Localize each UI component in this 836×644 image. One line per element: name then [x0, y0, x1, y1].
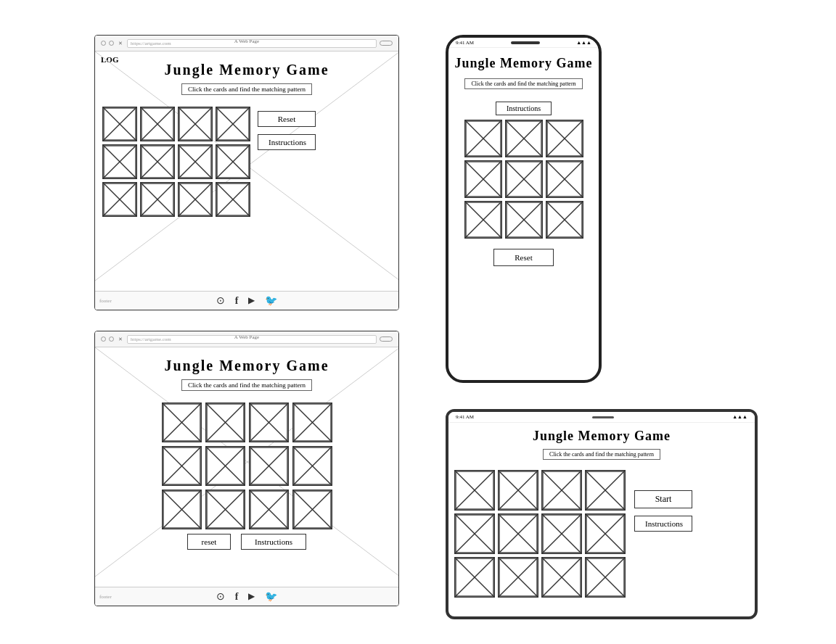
card-b8[interactable] [292, 446, 332, 486]
tab-card-1[interactable] [454, 470, 495, 511]
phone-speaker [511, 41, 540, 44]
tab-card-7[interactable] [541, 513, 582, 554]
browser-footer-bottom: footer ⊙ f ▶ 🐦 [95, 587, 398, 606]
tablet-start-button[interactable]: Start [634, 490, 692, 508]
tab-card-2[interactable] [498, 470, 538, 511]
youtube-icon-top[interactable]: ▶ [248, 295, 255, 306]
tab-card-8[interactable] [585, 513, 626, 554]
footer-label-bottom: footer [99, 594, 112, 600]
tab-card-3[interactable] [541, 470, 582, 511]
browser-page-title-bottom: A Web Page [95, 334, 398, 340]
phone-body: Jungle Memory Game Click the cards and f… [448, 48, 599, 271]
tablet-subtitle: Click the cards and find the matching pa… [543, 449, 660, 460]
card-2[interactable] [140, 107, 175, 141]
card-b10[interactable] [205, 490, 245, 529]
ph-card-8[interactable] [505, 201, 543, 239]
card-8[interactable] [216, 144, 250, 179]
youtube-icon-bottom[interactable]: ▶ [248, 591, 255, 602]
facebook-icon-top[interactable]: f [235, 295, 239, 307]
tab-card-12[interactable] [585, 557, 626, 598]
browser-footer-top: footer ⊙ f ▶ 🐦 [95, 291, 398, 310]
phone-card-grid [464, 120, 583, 239]
tab-card-6[interactable] [498, 513, 538, 554]
card-6[interactable] [140, 144, 175, 179]
phone-status-bar: 9:41 AM ▲▲▲ [448, 38, 599, 48]
card-7[interactable] [178, 144, 213, 179]
tablet-status-bar: 9:41 AM ▲▲▲ [448, 412, 755, 423]
reset-button-top[interactable]: Reset [258, 111, 316, 127]
card-10[interactable] [140, 182, 175, 217]
phone-time: 9:41 AM [456, 40, 474, 46]
instagram-icon-top[interactable]: ⊙ [216, 294, 225, 307]
card-b5[interactable] [162, 446, 202, 486]
game-subtitle-bottom: Click the cards and find the matching pa… [181, 379, 312, 391]
card-grid-top [102, 107, 250, 217]
facebook-icon-bottom[interactable]: f [235, 591, 239, 603]
game-title-top: Jungle Memory Game [102, 62, 391, 78]
card-b1[interactable] [162, 402, 202, 442]
tab-card-4[interactable] [585, 470, 626, 511]
ph-card-9[interactable] [546, 201, 583, 239]
card-b2[interactable] [205, 402, 245, 442]
ph-card-5[interactable] [505, 160, 543, 198]
game-subtitle-top: Click the cards and find the matching pa… [181, 83, 312, 95]
browser-page-title-top: A Web Page [95, 38, 398, 44]
phone-signal: ▲▲▲ [576, 40, 591, 46]
card-11[interactable] [178, 182, 213, 217]
tablet-speaker [592, 416, 614, 418]
phone-instructions-button[interactable]: Instructions [496, 102, 552, 115]
phone-subtitle: Click the cards and find the matching pa… [464, 78, 582, 89]
tablet-instructions-button[interactable]: Instructions [634, 516, 692, 532]
tab-card-10[interactable] [498, 557, 538, 598]
ph-card-7[interactable] [464, 201, 502, 239]
phone-reset-button[interactable]: Reset [493, 249, 553, 266]
card-4[interactable] [216, 107, 250, 141]
card-b6[interactable] [205, 446, 245, 486]
browser-desktop-bottom: ✕ https://artgame.com A Web Page Jungle … [94, 331, 399, 606]
card-b9[interactable] [162, 490, 202, 529]
card-3[interactable] [178, 107, 213, 141]
card-12[interactable] [216, 182, 250, 217]
instagram-icon-bottom[interactable]: ⊙ [216, 590, 225, 603]
tab-card-9[interactable] [454, 557, 495, 598]
ph-card-1[interactable] [464, 120, 502, 157]
phone-mockup: 9:41 AM ▲▲▲ Jungle Memory Game Click the… [446, 35, 602, 383]
tablet-time: 9:41 AM [456, 414, 474, 420]
tablet-mockup: 9:41 AM ▲▲▲ Jungle Memory Game Click the… [446, 409, 758, 619]
reset-button-bottom[interactable]: reset [187, 534, 231, 550]
tablet-game-title: Jungle Memory Game [454, 429, 749, 444]
card-5[interactable] [102, 144, 137, 179]
game-title-bottom: Jungle Memory Game [107, 358, 387, 374]
ph-card-3[interactable] [546, 120, 583, 157]
card-1[interactable] [102, 107, 137, 141]
tab-card-5[interactable] [454, 513, 495, 554]
card-b11[interactable] [249, 490, 289, 529]
phone-game-title: Jungle Memory Game [453, 55, 594, 72]
card-9[interactable] [102, 182, 137, 217]
twitter-icon-bottom[interactable]: 🐦 [265, 590, 277, 603]
instructions-button-top[interactable]: Instructions [258, 134, 316, 150]
card-b7[interactable] [249, 446, 289, 486]
browser-desktop-top: ✕ https://artgame.com A Web Page LOG Jun… [94, 35, 399, 310]
tab-card-11[interactable] [541, 557, 582, 598]
tablet-body: Jungle Memory Game Click the cards and f… [448, 423, 755, 602]
card-b3[interactable] [249, 402, 289, 442]
ph-card-2[interactable] [505, 120, 543, 157]
card-b12[interactable] [292, 490, 332, 529]
ph-card-6[interactable] [546, 160, 583, 198]
instructions-button-bottom[interactable]: Instructions [241, 534, 306, 550]
tablet-signal: ▲▲▲ [732, 414, 747, 420]
tablet-card-grid [454, 470, 626, 598]
card-b4[interactable] [292, 402, 332, 442]
card-grid-bottom [162, 402, 332, 529]
ph-card-4[interactable] [464, 160, 502, 198]
twitter-icon-top[interactable]: 🐦 [265, 294, 277, 307]
footer-label-top: footer [99, 298, 112, 304]
